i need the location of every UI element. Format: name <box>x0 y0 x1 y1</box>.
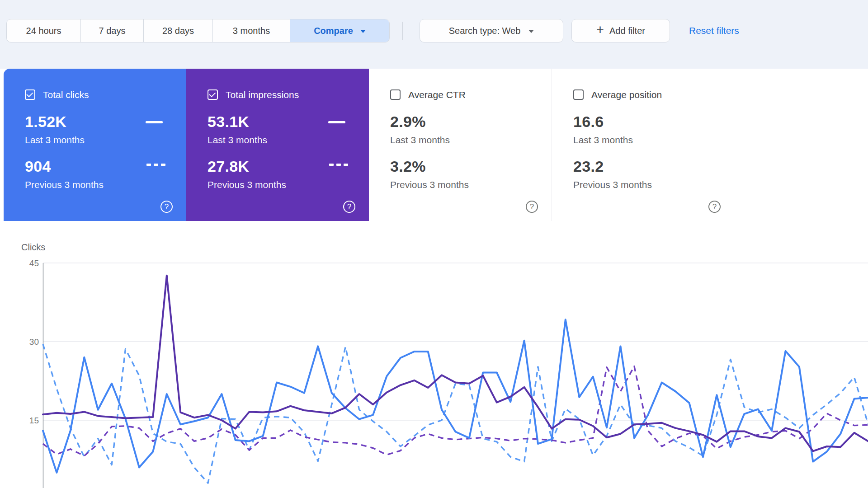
clicks-chart-svg: 453015 <box>0 253 868 488</box>
checkbox-checked-icon[interactable] <box>25 89 35 100</box>
help-icon[interactable] <box>160 201 173 213</box>
card-value-previous: 23.2 <box>573 158 734 175</box>
reset-filters-link[interactable]: Reset filters <box>689 19 739 42</box>
card-caption-previous: Previous 3 months <box>390 179 552 190</box>
metric-card-average-position[interactable]: Average position 16.6 Last 3 months 23.2… <box>552 69 734 221</box>
y-axis-tick-label: 30 <box>29 337 39 347</box>
card-caption-previous: Previous 3 months <box>25 179 186 190</box>
card-value-previous: 904 <box>25 158 186 175</box>
add-filter-button[interactable]: Add filter <box>571 19 670 42</box>
checkbox-unchecked-icon[interactable] <box>573 89 584 100</box>
plus-icon <box>596 23 604 37</box>
card-caption-previous: Previous 3 months <box>208 179 369 190</box>
tab-7-days[interactable]: 7 days <box>80 19 143 42</box>
metric-card-average-ctr[interactable]: Average CTR 2.9% Last 3 months 3.2% Prev… <box>369 69 552 221</box>
chart-line-clicks-last-3-months <box>43 319 868 473</box>
search-type-label: Search type: Web <box>449 26 521 36</box>
chart-line-impressions-last-3-months <box>43 276 868 451</box>
help-icon[interactable] <box>708 201 721 213</box>
card-value-last: 16.6 <box>573 113 734 131</box>
date-range-tab-group: 24 hours 7 days 28 days 3 months Compare <box>6 19 390 42</box>
card-value-last: 2.9% <box>390 113 552 131</box>
card-caption-last: Last 3 months <box>25 135 186 145</box>
card-title: Total clicks <box>43 89 89 100</box>
checkbox-checked-icon[interactable] <box>208 89 218 100</box>
tab-24-hours[interactable]: 24 hours <box>7 19 80 42</box>
card-value-previous: 3.2% <box>390 158 552 175</box>
tab-compare[interactable]: Compare <box>290 19 389 42</box>
add-filter-label: Add filter <box>609 26 645 36</box>
card-title: Average position <box>591 89 662 100</box>
help-icon[interactable] <box>526 201 538 213</box>
card-value-previous: 27.8K <box>208 158 369 175</box>
search-type-dropdown[interactable]: Search type: Web <box>420 19 563 42</box>
card-caption-last: Last 3 months <box>390 135 552 145</box>
card-title: Average CTR <box>408 89 466 100</box>
compare-label: Compare <box>314 26 353 36</box>
card-caption-last: Last 3 months <box>573 135 734 145</box>
tab-28-days[interactable]: 28 days <box>143 19 212 42</box>
dashed-line-indicator-icon <box>329 164 348 166</box>
chevron-down-icon <box>528 30 534 33</box>
card-title: Total impressions <box>226 89 299 100</box>
tab-3-months[interactable]: 3 months <box>212 19 290 42</box>
toolbar-divider <box>402 22 403 40</box>
card-caption-last: Last 3 months <box>208 135 369 145</box>
y-axis-tick-label: 45 <box>29 258 39 268</box>
y-axis-tick-label: 15 <box>29 416 39 425</box>
metric-card-total-clicks[interactable]: Total clicks 1.52K Last 3 months 904 Pre… <box>4 69 186 221</box>
chevron-down-icon <box>360 30 366 33</box>
solid-line-indicator-icon <box>146 121 163 123</box>
chart-y-axis-title: Clicks <box>21 242 45 253</box>
checkbox-unchecked-icon[interactable] <box>390 89 401 100</box>
help-icon[interactable] <box>343 201 355 213</box>
metric-card-total-impressions[interactable]: Total impressions 53.1K Last 3 months 27… <box>186 69 369 221</box>
card-caption-previous: Previous 3 months <box>573 179 734 190</box>
solid-line-indicator-icon <box>328 121 345 123</box>
chart-line-impressions-previous-3-months <box>43 366 868 456</box>
dashed-line-indicator-icon <box>146 164 165 166</box>
